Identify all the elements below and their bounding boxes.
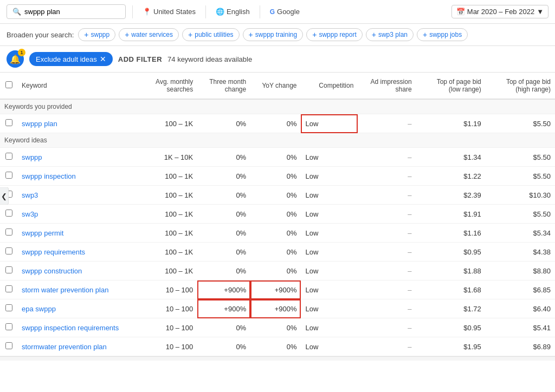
three-month-cell: 0% xyxy=(197,167,250,186)
search-input[interactable] xyxy=(24,8,111,16)
row-checkbox[interactable] xyxy=(5,247,12,254)
row-checkbox[interactable] xyxy=(5,342,12,349)
row-checkbox[interactable] xyxy=(5,172,12,179)
keyword-cell: storm water prevention plan xyxy=(17,280,144,299)
three-month-cell: +900% xyxy=(197,280,250,299)
select-all-checkbox[interactable] xyxy=(5,81,12,88)
three-month-cell: 0% xyxy=(197,337,250,356)
notification-bell[interactable]: 🔔 1 xyxy=(7,50,24,68)
checkbox-header[interactable] xyxy=(0,73,17,99)
plus-icon: + xyxy=(312,30,317,39)
search-engine-selector[interactable]: G Google xyxy=(267,5,303,18)
top-low-cell: $1.91 xyxy=(416,205,486,224)
three-month-cell: 0% xyxy=(197,205,250,224)
exclude-label: Exclude adult ideas xyxy=(36,55,97,63)
row-checkbox-cell[interactable] xyxy=(0,299,17,318)
top-bar: 🔍 📍 United States 🌐 English G Google 📅 M… xyxy=(0,0,555,24)
avg-monthly-cell: 100 – 1K xyxy=(144,114,197,133)
row-checkbox-cell[interactable] xyxy=(0,243,17,262)
broaden-chip-water-services[interactable]: + water services xyxy=(119,28,179,41)
row-checkbox[interactable] xyxy=(5,304,12,311)
row-checkbox-cell[interactable] xyxy=(0,148,17,167)
avg-monthly-cell: 10 – 100 xyxy=(144,280,197,299)
top-high-cell: $5.50 xyxy=(486,148,555,167)
keyword-cell: sw3p xyxy=(17,205,144,224)
top-low-cell: $1.22 xyxy=(416,167,486,186)
row-checkbox[interactable] xyxy=(5,228,12,236)
row-checkbox[interactable] xyxy=(5,285,12,292)
top-high-cell: $5.50 xyxy=(486,167,555,186)
broaden-bar: Broaden your search: + swppp + water ser… xyxy=(0,24,555,46)
competition-cell: Low xyxy=(301,148,358,167)
avg-monthly-cell: 100 – 1K xyxy=(144,186,197,205)
keyword-cell: swppp construction xyxy=(17,262,144,280)
broaden-label: Broaden your search: xyxy=(7,31,74,39)
col-header-top-low: Top of page bid(low range) xyxy=(416,73,486,99)
keywords-count: 74 keyword ideas available xyxy=(167,55,252,63)
col-header-ad-impression: Ad impressionshare xyxy=(358,73,416,99)
top-low-cell: $1.95 xyxy=(416,337,486,356)
ad-impression-cell: – xyxy=(358,262,416,280)
three-month-cell: 0% xyxy=(197,318,250,337)
broaden-chip-swp3-plan[interactable]: + swp3 plan xyxy=(366,28,414,41)
table-body: Keywords you providedswppp plan100 – 1K0… xyxy=(0,99,555,356)
row-checkbox-cell[interactable] xyxy=(0,318,17,337)
row-checkbox[interactable] xyxy=(5,153,12,160)
row-checkbox-cell[interactable] xyxy=(0,167,17,186)
yoy-cell: 0% xyxy=(250,205,301,224)
row-checkbox-cell[interactable] xyxy=(0,262,17,280)
top-high-cell: $8.80 xyxy=(486,262,555,280)
yoy-cell: 0% xyxy=(250,243,301,262)
broaden-chip-public-utilities[interactable]: + public utilities xyxy=(182,28,240,41)
yoy-cell: 0% xyxy=(250,318,301,337)
table-header-row: Keyword Avg. monthlysearches Three month… xyxy=(0,73,555,99)
row-checkbox[interactable] xyxy=(5,119,12,126)
broaden-chip-swppp[interactable]: + swppp xyxy=(78,28,115,41)
bell-container: 🔔 1 xyxy=(7,50,24,68)
section-header-row: Keyword ideas xyxy=(0,133,555,148)
yoy-cell: 0% xyxy=(250,224,301,243)
competition-cell: Low xyxy=(301,262,358,280)
col-header-keyword: Keyword xyxy=(17,73,144,99)
ad-impression-cell: – xyxy=(358,337,416,356)
language-selector[interactable]: 🌐 English xyxy=(212,5,253,18)
row-checkbox[interactable] xyxy=(5,210,12,217)
col-header-competition: Competition xyxy=(301,73,358,99)
row-checkbox-cell[interactable] xyxy=(0,337,17,356)
avg-monthly-cell: 100 – 1K xyxy=(144,205,197,224)
row-checkbox-cell[interactable] xyxy=(0,280,17,299)
add-filter-button[interactable]: ADD FILTER xyxy=(118,55,162,63)
top-low-cell: $1.19 xyxy=(416,114,486,133)
table-row: swppp permit100 – 1K0%0%Low–$1.16$5.34 xyxy=(0,224,555,243)
avg-monthly-cell: 100 – 1K xyxy=(144,167,197,186)
search-icon: 🔍 xyxy=(12,8,21,16)
sidebar-toggle[interactable]: ❮ xyxy=(0,187,9,205)
ad-impression-cell: – xyxy=(358,186,416,205)
ad-impression-cell: – xyxy=(358,148,416,167)
scroll-bar[interactable] xyxy=(0,356,555,361)
competition-cell: Low xyxy=(301,167,358,186)
avg-monthly-cell: 10 – 100 xyxy=(144,337,197,356)
avg-monthly-cell: 10 – 100 xyxy=(144,318,197,337)
broaden-chip-swppp-training[interactable]: + swppp training xyxy=(243,28,304,41)
top-low-cell: $1.34 xyxy=(416,148,486,167)
search-box[interactable]: 🔍 xyxy=(7,4,126,19)
table-row: swppp requirements100 – 1K0%0%Low–$0.95$… xyxy=(0,243,555,262)
keywords-table-container: Keyword Avg. monthlysearches Three month… xyxy=(0,73,555,356)
date-range-selector[interactable]: 📅 Mar 2020 – Feb 2022 ▼ xyxy=(451,5,548,18)
broaden-chip-swppp-report[interactable]: + swppp report xyxy=(306,28,363,41)
top-low-cell: $0.95 xyxy=(416,318,486,337)
yoy-cell: 0% xyxy=(250,114,301,133)
row-checkbox-cell[interactable] xyxy=(0,114,17,133)
broaden-chip-swppp-jobs[interactable]: + swppp jobs xyxy=(417,28,468,41)
yoy-cell: 0% xyxy=(250,186,301,205)
competition-cell: Low xyxy=(301,337,358,356)
exclude-adult-button[interactable]: Exclude adult ideas ✕ xyxy=(29,52,113,66)
row-checkbox[interactable] xyxy=(5,266,12,273)
row-checkbox-cell[interactable] xyxy=(0,224,17,243)
row-checkbox-cell[interactable] xyxy=(0,205,17,224)
competition-cell: Low xyxy=(301,299,358,318)
yoy-cell: 0% xyxy=(250,262,301,280)
row-checkbox[interactable] xyxy=(5,323,12,330)
location-selector[interactable]: 📍 United States xyxy=(139,5,199,18)
